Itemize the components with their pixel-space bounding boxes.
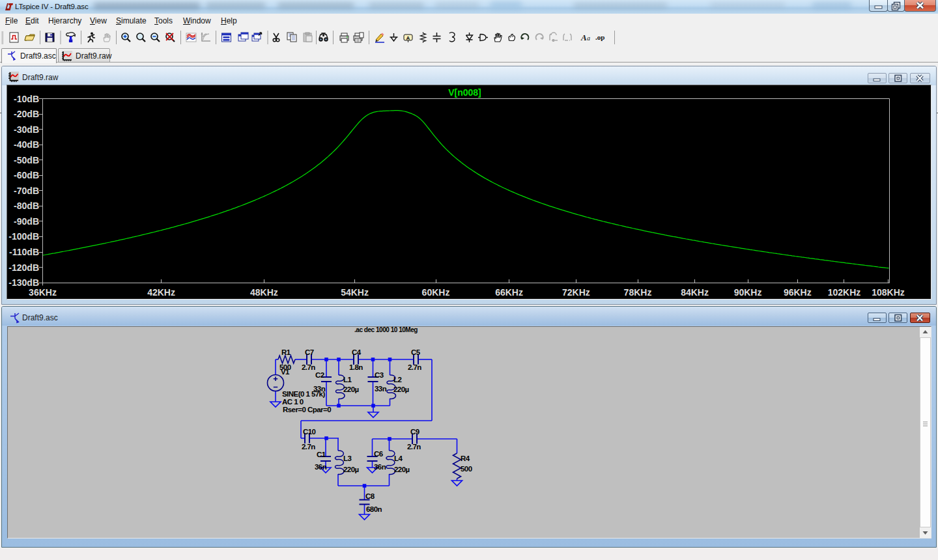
svg-text:SINE(0 1 57k): SINE(0 1 57k): [282, 390, 325, 398]
svg-text:C3: C3: [375, 371, 384, 379]
svg-text:V[n008]: V[n008]: [448, 87, 481, 98]
svg-text:C7: C7: [305, 348, 314, 356]
svg-text:220µ: 220µ: [393, 385, 409, 393]
svg-text:2.7n: 2.7n: [302, 443, 315, 451]
svg-text:C1: C1: [317, 451, 326, 458]
svg-text:84KHz: 84KHz: [681, 287, 709, 298]
svg-text:-120dB: -120dB: [8, 262, 39, 273]
svg-text:C4: C4: [352, 348, 362, 356]
svg-text:-90dB: -90dB: [14, 216, 39, 227]
svg-text:60KHz: 60KHz: [422, 287, 450, 298]
svg-text:36KHz: 36KHz: [29, 287, 57, 298]
svg-text:L4: L4: [394, 455, 403, 462]
svg-text:2.7n: 2.7n: [407, 443, 421, 451]
svg-text:C8: C8: [365, 492, 375, 500]
svg-text:33n: 33n: [375, 385, 387, 393]
svg-text:680n: 680n: [366, 505, 382, 513]
svg-text:C10: C10: [303, 428, 316, 436]
svg-text:L1: L1: [343, 376, 352, 384]
svg-text:-30dB: -30dB: [14, 124, 39, 135]
svg-text:-80dB: -80dB: [14, 201, 39, 211]
svg-text:A: A: [406, 35, 410, 41]
svg-text:-20dB: -20dB: [14, 109, 39, 119]
svg-text:L3: L3: [343, 455, 351, 462]
svg-text:a: a: [587, 35, 590, 42]
svg-text:42KHz: 42KHz: [147, 287, 175, 298]
svg-text:2.7n: 2.7n: [302, 363, 315, 371]
svg-text:36n: 36n: [374, 463, 386, 471]
svg-text:2.7n: 2.7n: [408, 363, 421, 371]
svg-text:-100dB: -100dB: [8, 231, 39, 242]
svg-text:V1: V1: [281, 368, 290, 376]
svg-text:90KHz: 90KHz: [734, 287, 762, 298]
svg-text:500: 500: [461, 465, 472, 473]
svg-text:C5: C5: [411, 348, 421, 356]
svg-text:R1: R1: [281, 348, 291, 356]
svg-text:L2: L2: [393, 376, 401, 384]
svg-text:-110dB: -110dB: [9, 247, 39, 257]
svg-text:-60dB: -60dB: [14, 170, 39, 180]
svg-text:.ac dec 1000 10 10Meg: .ac dec 1000 10 10Meg: [354, 327, 418, 333]
svg-text:Rser=0 Cpar=0: Rser=0 Cpar=0: [283, 406, 331, 413]
svg-text:1.8n: 1.8n: [349, 363, 363, 371]
svg-text:220µ: 220µ: [343, 385, 359, 393]
svg-text:C6: C6: [374, 450, 383, 458]
svg-text:C9: C9: [410, 428, 419, 436]
svg-text:66KHz: 66KHz: [495, 287, 523, 298]
svg-text:R4: R4: [461, 455, 470, 462]
svg-text:-70dB: -70dB: [14, 186, 39, 196]
svg-text:220µ: 220µ: [394, 466, 410, 473]
svg-text:-10dB: -10dB: [14, 94, 39, 104]
svg-text:96KHz: 96KHz: [784, 287, 812, 298]
svg-text:220µ: 220µ: [343, 466, 359, 473]
svg-text:72KHz: 72KHz: [562, 287, 590, 298]
svg-text:-50dB: -50dB: [14, 155, 39, 165]
svg-text:-40dB: -40dB: [14, 139, 39, 150]
svg-text:.op: .op: [595, 33, 604, 41]
svg-text:AC 1 0: AC 1 0: [282, 398, 304, 406]
svg-text:108KHz: 108KHz: [872, 287, 905, 298]
svg-text:78KHz: 78KHz: [624, 287, 652, 298]
svg-text:C2: C2: [315, 371, 324, 379]
svg-text:54KHz: 54KHz: [341, 287, 369, 298]
svg-text:A: A: [580, 33, 587, 42]
svg-text:102KHz: 102KHz: [828, 287, 861, 298]
svg-text:36n: 36n: [315, 463, 327, 471]
svg-text:48KHz: 48KHz: [250, 287, 278, 298]
